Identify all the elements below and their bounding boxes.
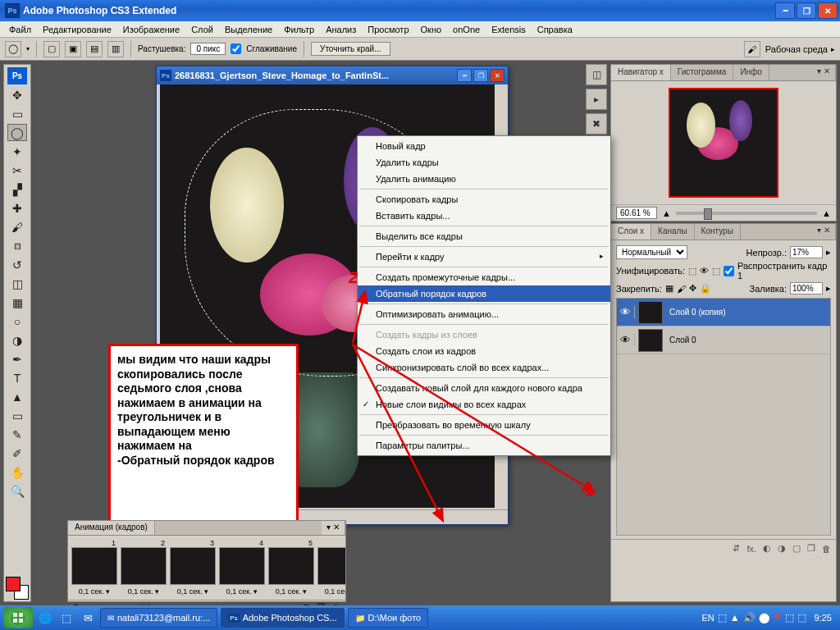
doc-titlebar[interactable]: Ps 26816831_Gjertson_Steve_Homage_to_Fan… [157,66,508,84]
dock-icon-2[interactable]: ▸ [586,89,607,110]
menu-item[interactable]: Создать слои из кадров [358,343,610,359]
unify-vis-icon[interactable]: 👁 [700,266,709,276]
zoom-input[interactable]: 60.61 % [616,207,657,219]
frame[interactable]: 10,1 сек. ▾ [71,539,117,596]
selmode-int-icon[interactable]: ▥ [107,41,124,57]
menu-layer[interactable]: Слой [185,23,219,36]
eraser-tool-icon[interactable]: ◫ [7,275,27,292]
fx-icon[interactable]: fx. [746,544,756,554]
feather-input[interactable]: 0 пикс [190,43,226,55]
type-tool-icon[interactable]: T [7,369,27,386]
frame[interactable]: 30,1 сек. ▾ [170,539,216,596]
color-swatches[interactable] [6,577,29,600]
notes-tool-icon[interactable]: ✎ [7,426,27,443]
opacity-input[interactable] [790,246,823,258]
move-tool-icon[interactable]: ✥ [7,86,27,103]
menu-image[interactable]: Изображение [117,23,185,36]
brush-tool-icon[interactable]: 🖌 [7,218,27,235]
path-select-icon[interactable]: ▲ [7,388,27,405]
layer-item[interactable]: 👁 Слой 0 [617,326,830,354]
tab-navigator[interactable]: Навигатор x [611,65,671,80]
tray-icon[interactable]: ▲ [730,612,740,623]
doc-close-button[interactable]: ✕ [490,69,504,82]
maximize-button[interactable] [797,2,816,19]
tab-paths[interactable]: Контуры [695,224,741,240]
fill-input[interactable] [790,282,823,294]
visibility-icon[interactable]: 👁 [617,306,635,318]
close-button[interactable] [818,2,838,19]
layer-name[interactable]: Слой 0 [666,336,696,345]
tray-icon[interactable]: ⬚ [785,612,794,623]
panel-collapse-icon[interactable]: ▾ ✕ [812,65,836,80]
antialias-checkbox[interactable] [231,43,241,54]
adjustment-icon[interactable]: ◑ [778,543,786,554]
tray-icon[interactable]: ⬚ [797,612,806,623]
layer-item[interactable]: 👁 Слой 0 (копия) [617,299,830,326]
eyedropper-icon[interactable]: ✐ [7,445,27,462]
menu-item[interactable]: Скопировать кадры [358,191,610,208]
zoom-tool-icon[interactable]: 🔍 [7,482,27,500]
propagate-checkbox[interactable] [724,266,734,276]
lasso-tool-icon[interactable]: ◯ [7,124,27,141]
selmode-sub-icon[interactable]: ▤ [86,41,103,57]
refine-edge-button[interactable]: Уточнить край... [311,42,390,56]
visibility-icon[interactable]: 👁 [617,334,635,346]
menu-filter[interactable]: Фильтр [278,23,320,36]
task-photoshop[interactable]: Ps Adobe Photoshop CS... [221,608,344,628]
minimize-button[interactable] [775,2,795,19]
lock-pixels-icon[interactable]: ▦ [665,283,673,294]
doc-max-button[interactable]: ❐ [473,69,488,82]
menu-item[interactable]: Удалить кадры [358,154,610,171]
stamp-tool-icon[interactable]: ⧈ [7,237,27,254]
menu-item[interactable]: Вставить кадры... [358,208,610,224]
start-button[interactable] [3,607,33,628]
link-icon[interactable]: ⇵ [733,543,740,554]
blur-tool-icon[interactable]: ○ [7,313,27,330]
zoom-in-icon[interactable]: ▲ [822,208,831,218]
dock-icon-3[interactable]: ✖ [586,113,607,135]
trash-icon[interactable]: 🗑 [822,544,831,554]
task-explorer[interactable]: 📁 D:\Мои фото [348,608,429,628]
tray-icon[interactable]: ⬚ [718,612,727,623]
task-mail[interactable]: ✉ natali73123@mail.ru:... [100,608,217,628]
heal-tool-icon[interactable]: ✚ [7,199,27,217]
slice-tool-icon[interactable]: ▞ [7,180,27,198]
lock-all-icon[interactable]: 🔒 [700,283,711,294]
menu-item[interactable]: Параметры палитры... [358,437,610,454]
doc-min-button[interactable]: ━ [457,69,472,82]
layer-name[interactable]: Слой 0 (копия) [666,308,726,317]
menu-item[interactable]: Синхронизировать слой во всех кадрах... [358,359,610,376]
menu-extensis[interactable]: Extensis [486,23,532,36]
menu-edit[interactable]: Редактирование [37,23,117,36]
menu-item[interactable]: Преобразовать во временную шкалу [358,417,610,433]
menu-onone[interactable]: onOne [447,23,486,36]
ql-mail-icon[interactable]: ✉ [79,609,97,627]
menu-item[interactable]: Обратный порядок кадров [358,285,610,302]
zoom-out-icon[interactable]: ▲ [662,208,671,218]
brush-icon[interactable]: 🖌 [744,41,760,57]
menu-view[interactable]: Просмотр [362,23,414,36]
frame[interactable]: 20,1 сек. ▾ [121,539,167,596]
menu-help[interactable]: Справка [532,23,578,36]
ql-desktop-icon[interactable]: ⬚ [57,609,75,627]
menu-analysis[interactable]: Анализ [320,23,362,36]
animation-tab[interactable]: Анимация (кадров) [68,521,155,535]
hand-tool-icon[interactable]: ✋ [7,463,27,481]
menu-item[interactable]: Перейти к кадру [358,249,610,265]
blend-mode-select[interactable]: Нормальный [616,245,687,259]
selmode-new-icon[interactable]: ▢ [43,41,60,57]
unify-pos-icon[interactable]: ⬚ [688,266,696,276]
marquee-tool-icon[interactable]: ▭ [7,105,27,122]
menu-item[interactable]: Выделить все кадры [358,228,610,244]
layers-collapse-icon[interactable]: ▾ ✕ [812,224,836,240]
menu-item[interactable]: Новый кадр [358,138,610,154]
animation-menu-icon[interactable]: ▾ ✕ [322,521,345,535]
lasso-tool-icon[interactable]: ◯ [5,41,21,57]
wand-tool-icon[interactable]: ✦ [7,143,27,160]
frame[interactable]: 40,1 сек. ▾ [219,539,265,596]
ql-ie-icon[interactable]: 🌐 [36,609,54,627]
dodge-tool-icon[interactable]: ◑ [7,331,27,349]
history-brush-icon[interactable]: ↺ [7,256,27,273]
zoom-slider[interactable] [676,212,817,215]
menu-item[interactable]: Создавать новый слой для каждого нового … [358,380,610,396]
